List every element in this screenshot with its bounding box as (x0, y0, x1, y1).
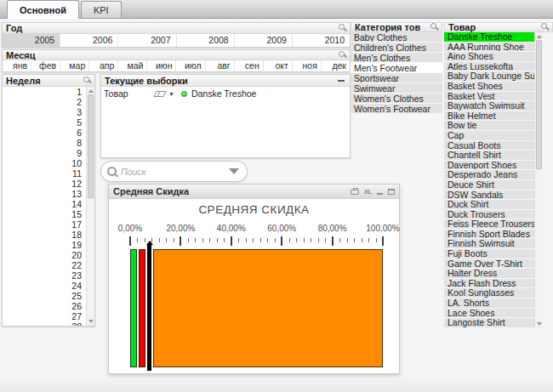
product-item[interactable]: Chantell Shirt (444, 151, 534, 161)
excel-export-icon[interactable]: XL (364, 188, 372, 196)
search-input[interactable] (121, 167, 221, 177)
product-item[interactable]: Baby Dark Lounge Suit (444, 71, 534, 82)
year-cell[interactable]: 2009 (235, 34, 293, 47)
product-item[interactable]: Feiss Fleece Trousers (444, 219, 534, 230)
sheet-tab[interactable]: Основной (7, 0, 79, 19)
week-item[interactable]: 1 (3, 87, 86, 97)
week-item[interactable]: 18 (3, 230, 86, 240)
chart-caption-bar[interactable]: Средняя Скидка XL (109, 185, 399, 199)
month-cell[interactable]: дек (322, 60, 350, 71)
product-item[interactable]: Kool Sunglasses (444, 288, 534, 298)
product-item[interactable]: Cap (444, 131, 534, 141)
product-item[interactable]: DSW Sandals (444, 190, 534, 201)
month-cell[interactable]: июл (176, 60, 205, 71)
product-item[interactable]: Finnish Swimsuit (444, 239, 534, 249)
week-item[interactable]: 9 (3, 148, 86, 158)
product-item[interactable]: AAA Running Shoe (444, 43, 534, 53)
week-item[interactable]: 2 (3, 97, 86, 107)
product-item[interactable]: Duck Shirt (444, 200, 534, 210)
listbox-month-header[interactable]: Месяц (3, 50, 350, 60)
product-item[interactable]: Lace Shoes (444, 309, 534, 319)
listbox-week-header[interactable]: Неделя (3, 75, 94, 87)
eraser-icon[interactable] (153, 91, 167, 97)
week-item[interactable]: 15 (3, 209, 86, 219)
week-scrollbar[interactable] (86, 87, 94, 326)
week-item[interactable]: 23 (3, 270, 86, 281)
product-item[interactable]: Bow tie (444, 121, 534, 131)
year-cell[interactable]: 2008 (177, 34, 235, 47)
week-item[interactable]: 20 (3, 250, 86, 260)
sheet-tab[interactable]: KPI (81, 1, 122, 18)
week-item[interactable]: 25 (3, 291, 86, 301)
listbox-year-header[interactable]: Год (3, 23, 350, 34)
month-cell[interactable]: ноя (293, 60, 322, 71)
product-item[interactable]: Duck Trousers (444, 210, 534, 220)
product-item[interactable]: Bike Helmet (444, 111, 534, 122)
week-item[interactable]: 3 (3, 107, 86, 117)
product-item[interactable]: Fuji Boots (444, 249, 534, 259)
scrollbar-thumb[interactable] (88, 94, 94, 198)
scroll-up-icon[interactable] (537, 35, 542, 38)
week-item[interactable]: 6 (3, 128, 86, 138)
month-cell[interactable]: мар (60, 60, 89, 71)
product-item[interactable]: Davenport Shoes (444, 161, 534, 171)
product-item[interactable]: Basket Vest (444, 92, 534, 102)
scroll-down-icon[interactable] (88, 320, 94, 323)
product-item[interactable]: Langoste Shirt (444, 318, 534, 328)
product-item[interactable]: Aino Shoes (444, 52, 534, 62)
current-selections-header[interactable]: Текущие выборки (101, 75, 350, 87)
week-item[interactable]: 24 (3, 281, 86, 291)
category-item[interactable]: Children's Clothes (351, 43, 442, 53)
month-cell[interactable]: апр (89, 60, 118, 71)
product-item[interactable]: Desperado Jeans (444, 170, 534, 180)
week-item[interactable]: 27 (3, 311, 86, 321)
search-icon[interactable] (339, 51, 345, 57)
product-item[interactable]: Atles Lussekofta (444, 62, 534, 72)
category-item[interactable]: Sportswear (351, 73, 442, 83)
week-item[interactable]: 28 (3, 321, 86, 326)
listbox-product-header[interactable]: Товар (444, 22, 553, 32)
product-item[interactable]: Game Over T-Shirt (444, 259, 534, 270)
year-cell[interactable]: 2006 (60, 34, 118, 47)
week-item[interactable]: 12 (3, 179, 86, 189)
week-item[interactable]: 10 (3, 158, 86, 168)
month-cell[interactable]: июн (147, 60, 176, 71)
listbox-category-header[interactable]: Категория тов (351, 22, 442, 32)
minimize-icon[interactable] (338, 80, 345, 82)
product-item[interactable]: Jack Flash Dress (444, 279, 534, 289)
week-item[interactable]: 22 (3, 260, 86, 270)
month-cell[interactable]: янв (3, 60, 31, 71)
search-icon[interactable] (339, 24, 345, 30)
week-item[interactable]: 17 (3, 219, 86, 230)
search-icon[interactable] (541, 23, 547, 29)
week-item[interactable]: 13 (3, 189, 86, 199)
year-cell[interactable]: 2007 (118, 34, 176, 47)
chevron-down-icon[interactable] (229, 168, 239, 174)
maximize-icon[interactable] (388, 189, 395, 195)
product-item[interactable]: Basket Shoes (444, 82, 534, 92)
year-cell[interactable]: 2005 (3, 34, 60, 47)
product-item[interactable]: Danske Treshoe (444, 32, 534, 43)
category-item[interactable]: Baby Clothes (351, 32, 442, 43)
minimize-icon[interactable] (377, 193, 383, 195)
chevron-down-icon[interactable]: ▼ (168, 91, 174, 97)
year-cell[interactable]: 2010 (293, 34, 350, 47)
search-icon[interactable] (83, 77, 89, 82)
scroll-up-icon[interactable] (88, 89, 94, 93)
month-cell[interactable]: сен (235, 60, 264, 71)
product-item[interactable]: Casual Boots (444, 141, 534, 151)
product-scrollbar[interactable] (534, 32, 543, 328)
product-item[interactable]: Baywatch Swimsuit (444, 101, 534, 111)
scrollbar-thumb[interactable] (536, 40, 542, 169)
product-item[interactable]: Halter Dress (444, 269, 534, 279)
week-item[interactable]: 26 (3, 301, 86, 311)
product-item[interactable]: Finnish Sport Blades (444, 230, 534, 240)
category-item[interactable]: Swimwear (351, 83, 442, 94)
week-item[interactable]: 5 (3, 117, 86, 128)
week-item[interactable]: 8 (3, 138, 86, 148)
week-item[interactable]: 19 (3, 240, 86, 250)
week-item[interactable]: 11 (3, 168, 86, 179)
month-cell[interactable]: фев (31, 60, 60, 71)
week-item[interactable]: 14 (3, 199, 86, 209)
print-icon[interactable] (351, 190, 359, 195)
